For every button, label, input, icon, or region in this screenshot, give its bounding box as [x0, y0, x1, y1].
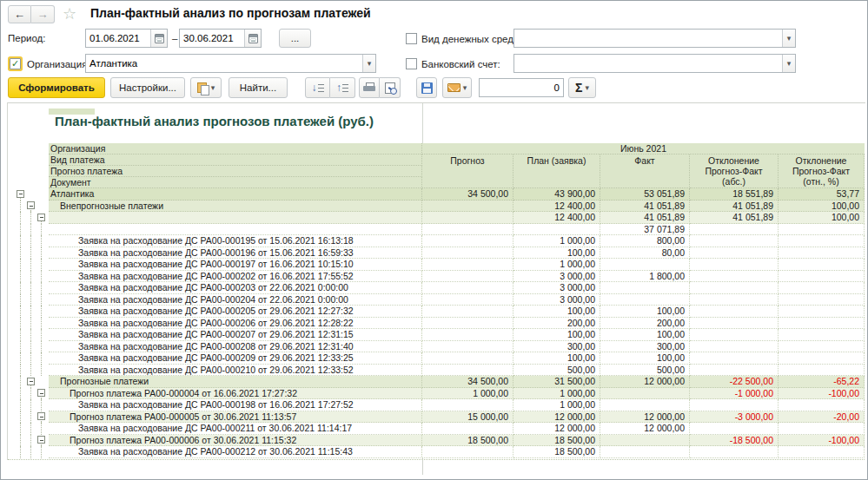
row-label[interactable]: Заявка на расходование ДС РА00-000210 от…	[49, 365, 422, 377]
cell-otklonenie-otn[interactable]: -100,00	[779, 388, 865, 400]
period-to-field[interactable]: 30.06.2021	[179, 29, 262, 48]
cell-otklonenie-otn[interactable]: -100,00	[779, 435, 865, 447]
row-label[interactable]: Прогноз платежа РА00-000004 от 16.06.202…	[49, 388, 422, 400]
cell-plan[interactable]: 12 000,00	[514, 423, 600, 435]
bank-account-checkbox[interactable]	[406, 58, 417, 69]
cell-fakt[interactable]	[600, 388, 690, 400]
cell-otklonenie-abs[interactable]: -3 000,00	[690, 411, 779, 424]
row-label[interactable]: Внепрогнозные платежи	[49, 201, 422, 213]
cell-prognoz[interactable]: 18 500,00	[422, 435, 514, 447]
cell-otklonenie-otn[interactable]: -20,00	[779, 411, 865, 424]
settings-button[interactable]: Настройки...	[110, 77, 185, 98]
cell-prognoz[interactable]: 1 000,00	[422, 388, 514, 400]
cell-fakt[interactable]: 1 800,00	[600, 271, 690, 283]
cell-fakt[interactable]: 100,00	[600, 352, 690, 365]
cell-otklonenie-otn[interactable]	[779, 446, 865, 458]
cell-fakt[interactable]: 100,00	[600, 306, 690, 318]
row-label[interactable]: Заявка на расходование ДС РА00-000205 от…	[49, 306, 422, 318]
period-to-calendar-button[interactable]	[244, 30, 261, 47]
cash-type-checkbox[interactable]	[406, 33, 417, 44]
collapse-group-button[interactable]	[37, 412, 45, 420]
row-label[interactable]: Заявка на расходование ДС РА00-000208 от…	[49, 341, 422, 353]
cell-otklonenie-otn[interactable]: 100,00	[779, 201, 865, 213]
cell-otklonenie-abs[interactable]	[690, 224, 779, 236]
bank-account-combo[interactable]: ▾	[514, 54, 796, 73]
cell-plan[interactable]	[514, 224, 600, 236]
org-value[interactable]: Атлантика	[86, 58, 362, 69]
collapse-group-button[interactable]	[37, 214, 45, 221]
cell-plan[interactable]: 12 000,00	[514, 411, 600, 424]
row-label[interactable]: Заявка на расходование ДС РА00-000211 от…	[49, 423, 422, 435]
cell-otklonenie-abs[interactable]	[690, 446, 779, 458]
column-header-plan[interactable]: План (заявка)	[514, 155, 600, 188]
cell-plan[interactable]: 1 000,00	[514, 259, 600, 271]
cell-prognoz[interactable]	[422, 294, 514, 306]
column-header-fakt[interactable]: Факт	[600, 155, 690, 188]
cell-otklonenie-abs[interactable]	[690, 423, 779, 435]
cell-otklonenie-otn[interactable]	[779, 224, 865, 236]
collapse-group-button[interactable]	[37, 389, 45, 397]
cell-otklonenie-abs[interactable]	[690, 399, 779, 411]
expand-groups-button[interactable]: ↓	[305, 77, 330, 98]
org-label[interactable]: Организация:	[27, 59, 90, 69]
cell-prognoz[interactable]: 15 000,00	[422, 411, 514, 424]
org-combo[interactable]: Атлантика ▾	[85, 54, 376, 73]
collapse-group-button[interactable]	[17, 190, 24, 198]
row-label[interactable]: Атлантика	[49, 188, 422, 201]
cell-plan[interactable]: 31 500,00	[514, 376, 600, 388]
cell-fakt[interactable]: 200,00	[600, 318, 690, 330]
cell-plan[interactable]: 3 000,00	[514, 282, 600, 294]
cell-otklonenie-abs[interactable]	[690, 352, 779, 365]
cell-fakt[interactable]	[600, 294, 690, 306]
row-header-payment-forecast[interactable]: Прогноз платежа	[49, 166, 422, 177]
cell-fakt[interactable]: 100,00	[600, 329, 690, 341]
cell-otklonenie-otn[interactable]	[779, 352, 865, 365]
cell-fakt[interactable]: 500,00	[600, 365, 690, 377]
cell-otklonenie-abs[interactable]	[690, 318, 779, 330]
cell-otklonenie-abs[interactable]: 41 051,89	[690, 201, 779, 213]
autosum-button[interactable]: Σ ▾	[568, 77, 596, 98]
period-to-value[interactable]: 30.06.2021	[180, 33, 244, 43]
org-checkbox[interactable]: ✓	[10, 58, 21, 69]
cell-plan[interactable]: 3 000,00	[514, 294, 600, 306]
row-label[interactable]: Заявка на расходование ДС РА00-000198 от…	[49, 399, 422, 411]
collapse-group-button[interactable]	[37, 436, 45, 444]
cell-prognoz[interactable]	[422, 247, 514, 260]
cell-fakt[interactable]	[600, 282, 690, 294]
cell-prognoz[interactable]	[422, 446, 514, 458]
cell-plan[interactable]: 43 900,00	[514, 188, 600, 201]
generate-button[interactable]: Сформировать	[8, 77, 105, 98]
cell-prognoz[interactable]	[422, 212, 514, 224]
forward-button[interactable]: →	[31, 5, 55, 23]
cell-prognoz[interactable]	[422, 235, 514, 247]
cell-plan[interactable]: 100,00	[514, 329, 600, 341]
month-header[interactable]: Июнь 2021	[422, 143, 865, 155]
back-button[interactable]: ←	[8, 5, 31, 23]
cell-prognoz[interactable]: 34 500,00	[422, 188, 514, 201]
cell-otklonenie-otn[interactable]	[779, 271, 865, 283]
row-label[interactable]: Заявка на расходование ДС РА00-000209 от…	[49, 352, 422, 365]
cell-plan[interactable]: 18 500,00	[514, 446, 600, 458]
cell-plan[interactable]: 100,00	[514, 352, 600, 365]
cell-plan[interactable]: 18 500,00	[514, 435, 600, 447]
cell-otklonenie-abs[interactable]	[690, 329, 779, 341]
cell-prognoz[interactable]	[422, 318, 514, 330]
cell-plan[interactable]: 1 000,00	[514, 399, 600, 411]
cell-otklonenie-abs[interactable]	[690, 341, 779, 353]
cell-prognoz[interactable]: 34 500,00	[422, 376, 514, 388]
cell-otklonenie-abs[interactable]	[690, 365, 779, 377]
cell-plan[interactable]: 200,00	[514, 318, 600, 330]
cell-otklonenie-abs[interactable]: -1 000,00	[690, 388, 779, 400]
cell-otklonenie-abs[interactable]	[690, 235, 779, 247]
cell-prognoz[interactable]	[422, 365, 514, 377]
row-label[interactable]: Заявка на расходование ДС РА00-000197 от…	[49, 259, 422, 271]
autosum-field[interactable]: 0	[479, 78, 564, 97]
cell-prognoz[interactable]	[422, 282, 514, 294]
cell-otklonenie-abs[interactable]	[690, 271, 779, 283]
cell-otklonenie-otn[interactable]	[779, 341, 865, 353]
column-header-prognoz[interactable]: Прогноз	[422, 155, 514, 188]
column-header-otklonenie-abs[interactable]: Отклонение Прогноз-Факт (абс.)	[690, 155, 779, 188]
collapse-group-button[interactable]	[27, 378, 35, 385]
cell-otklonenie-otn[interactable]: 100,00	[779, 212, 865, 224]
print-preview-button[interactable]	[380, 77, 401, 98]
